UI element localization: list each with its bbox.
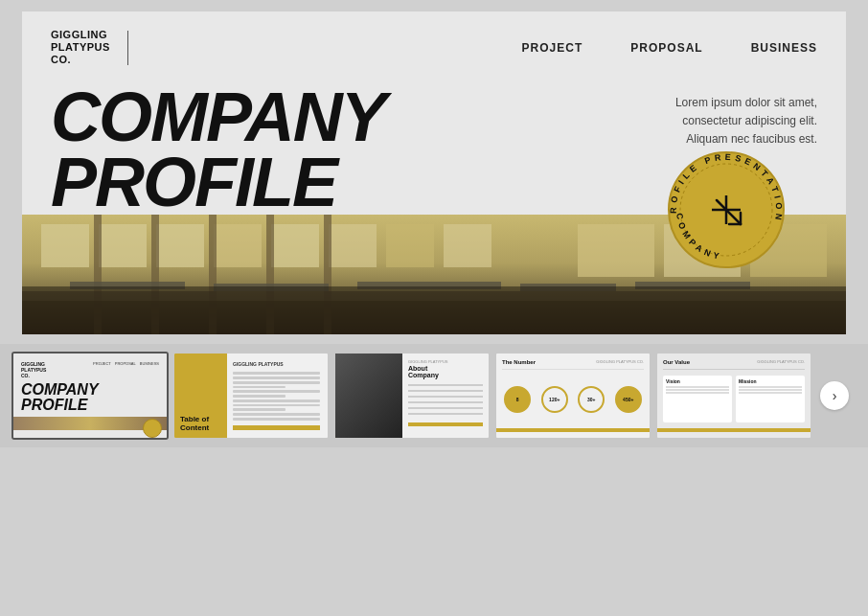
svg-rect-23 <box>209 215 217 334</box>
thumb-5-vision-title: Vision <box>666 378 729 384</box>
thumb-3-photo <box>335 354 402 438</box>
thumb-1-nav: PROJECT PROPOSAL BUSINESS <box>93 361 159 378</box>
svg-rect-10 <box>41 224 89 267</box>
thumb-5-accent <box>657 428 811 432</box>
nav-links: PROJECT PROPOSAL BUSINESS <box>522 41 817 55</box>
thumb-3-title: AboutCompany <box>408 365 483 378</box>
svg-rect-27 <box>70 282 185 289</box>
thumb-3-accent <box>408 422 483 426</box>
thumbnail-1[interactable]: GIGGLINGPLATYPUSCO. PROJECT PROPOSAL BUS… <box>11 352 169 440</box>
nav-divider <box>127 31 128 65</box>
thumbnail-strip: GIGGLINGPLATYPUSCO. PROJECT PROPOSAL BUS… <box>0 344 868 447</box>
thumb-4-circles: 8 120+ 30+ 450+ <box>502 376 644 422</box>
thumb-4-header: The Number GIGGLING PLATYPUS CO. <box>502 359 644 365</box>
svg-rect-28 <box>214 284 329 291</box>
svg-rect-29 <box>357 282 501 289</box>
svg-rect-22 <box>151 215 159 334</box>
thumb-5-header: Our Value GIGGLING PLATYPUS CO. <box>663 359 805 365</box>
thumb-2-right: GIGGLING PLATYPUS <box>233 361 320 430</box>
thumb-4-title: The Number <box>502 359 536 365</box>
svg-point-34 <box>357 371 380 394</box>
thumbnail-4[interactable]: The Number GIGGLING PLATYPUS CO. 8 120+ … <box>494 352 651 440</box>
svg-rect-21 <box>94 215 102 334</box>
svg-rect-26 <box>22 291 846 301</box>
thumb-5-title: Our Value <box>663 359 690 365</box>
svg-rect-11 <box>99 224 147 267</box>
thumb-1-photo <box>13 417 167 430</box>
thumb-4-circle-4: 450+ <box>615 386 642 413</box>
svg-rect-13 <box>214 224 262 267</box>
svg-rect-25 <box>324 215 331 334</box>
thumb-4-circle-2: 120+ <box>541 386 568 413</box>
preview-navbar: GIGGLING PLATYPUS CO. PROJECT PROPOSAL B… <box>22 11 846 84</box>
thumb-4-inner: The Number GIGGLING PLATYPUS CO. 8 120+ … <box>496 354 650 438</box>
svg-rect-33 <box>335 354 402 438</box>
thumb-2-left-text: Table ofContent <box>180 416 209 433</box>
svg-rect-17 <box>444 224 491 267</box>
thumb-5-boxes: Vision Mission <box>663 376 805 422</box>
next-arrow-button[interactable]: › <box>820 381 849 410</box>
thumb-3-inner: GIGGLING PLATYPUS AboutCompany <box>335 354 489 438</box>
nav-proposal[interactable]: PROPOSAL <box>630 41 702 55</box>
svg-rect-18 <box>578 224 654 277</box>
svg-rect-36 <box>335 411 402 438</box>
thumbnail-3[interactable]: GIGGLING PLATYPUS AboutCompany <box>333 352 491 440</box>
thumbnail-5[interactable]: Our Value GIGGLING PLATYPUS CO. Vision M… <box>655 352 812 440</box>
svg-rect-15 <box>329 224 377 267</box>
nav-project[interactable]: PROJECT <box>522 41 583 55</box>
circle-badge: PROFILE PRESENTATION COMPANY <box>664 148 788 272</box>
svg-rect-16 <box>386 224 434 267</box>
svg-rect-24 <box>266 215 274 334</box>
svg-rect-30 <box>520 284 616 291</box>
thumb-1-inner: GIGGLINGPLATYPUSCO. PROJECT PROPOSAL BUS… <box>13 354 167 438</box>
nav-business[interactable]: BUSINESS <box>751 41 817 55</box>
main-preview: GIGGLING PLATYPUS CO. PROJECT PROPOSAL B… <box>22 11 846 334</box>
thumb-1-brand: GIGGLINGPLATYPUSCO. <box>21 361 46 378</box>
brand-logo: GIGGLING PLATYPUS CO. <box>51 29 110 67</box>
thumb-4-accent <box>496 428 650 432</box>
chevron-right-icon: › <box>833 388 837 403</box>
thumb-5-mission-title: Mission <box>739 378 802 384</box>
thumb-1-title: COMPANYPROFILE <box>21 382 159 413</box>
svg-rect-31 <box>635 282 750 289</box>
thumb-4-circle-1: 8 <box>504 386 531 413</box>
thumb-2-accent <box>233 425 320 431</box>
thumb-5-inner: Our Value GIGGLING PLATYPUS CO. Vision M… <box>657 354 811 438</box>
thumb-5-mission-box: Mission <box>736 376 805 422</box>
hero-content: COMPANY PROFILE Lorem ipsum dolor sit am… <box>22 84 846 216</box>
thumb-2-inner: Table ofContent GIGGLING PLATYPUS <box>174 354 328 438</box>
thumb-5-vision-box: Vision <box>663 376 732 422</box>
svg-rect-14 <box>271 224 319 267</box>
svg-rect-12 <box>156 224 204 267</box>
thumb-1-badge <box>143 419 162 438</box>
thumb-4-circle-3: 30+ <box>578 386 605 413</box>
thumb-3-content: GIGGLING PLATYPUS AboutCompany <box>402 354 489 438</box>
svg-point-35 <box>348 397 390 438</box>
thumbnail-2[interactable]: Table ofContent GIGGLING PLATYPUS <box>172 352 330 440</box>
thumb-2-left: Table ofContent <box>174 354 227 438</box>
svg-rect-32 <box>22 301 846 334</box>
